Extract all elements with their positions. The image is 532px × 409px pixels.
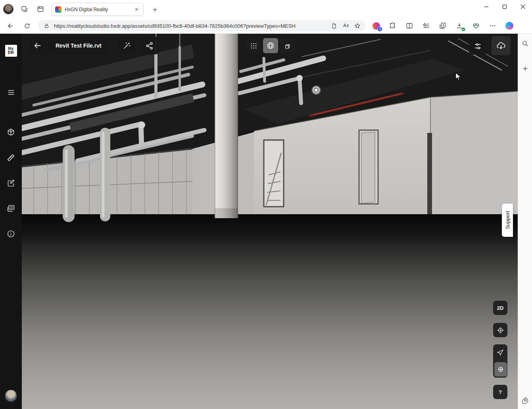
viewer-header: Revit Test File.rvt <box>29 37 158 54</box>
menu-hamburger-icon[interactable] <box>3 84 19 100</box>
hxdr-logo-line2: DR <box>8 51 14 55</box>
mesh-view-button[interactable] <box>263 38 278 53</box>
browser-tab[interactable]: HxGN Digital Reality <box>52 3 144 16</box>
asset-title-pill: Revit Test File.rvt <box>48 37 109 54</box>
reading-mode-icon[interactable] <box>329 21 338 30</box>
window-controls <box>477 0 532 13</box>
sidebar-add-icon[interactable] <box>520 63 531 74</box>
toolbar-actions: 3 <box>371 21 514 31</box>
address-bar[interactable]: https://realitycloudstudio.hxdr.app/asse… <box>38 20 366 31</box>
markup-tool-icon[interactable] <box>3 175 19 191</box>
tab-favicon <box>55 6 61 13</box>
collections-icon[interactable] <box>438 21 447 31</box>
layers-icon[interactable] <box>3 200 19 216</box>
model-view-button[interactable] <box>280 38 295 53</box>
user-avatar[interactable] <box>5 390 17 402</box>
settings-menu-icon[interactable] <box>488 21 497 31</box>
tab-close-icon[interactable] <box>133 6 140 13</box>
read-aloud-icon[interactable] <box>341 21 350 30</box>
view-mode-toggles <box>246 38 295 53</box>
refresh-button[interactable] <box>21 20 33 31</box>
tab-title: HxGN Digital Reality <box>65 7 133 12</box>
viewer-area: Revit Test File.rvt <box>22 34 518 409</box>
maximize-button[interactable] <box>496 0 514 13</box>
app-sidebar: Hx DR <box>0 34 22 409</box>
split-screen-icon[interactable] <box>405 21 414 31</box>
hxdr-logo[interactable]: Hx DR <box>5 45 17 57</box>
locate-me-button[interactable] <box>493 323 507 337</box>
site-lock-icon[interactable] <box>42 21 51 30</box>
viewer-right-tools <box>469 37 511 55</box>
browser-profile-avatar[interactable] <box>3 4 13 14</box>
download-asset-button[interactable] <box>492 36 511 55</box>
fly-mode-button[interactable] <box>494 346 506 360</box>
mesh-scene[interactable] <box>22 34 518 409</box>
model-assets-icon[interactable] <box>3 124 19 140</box>
magic-wand-button[interactable] <box>118 37 136 54</box>
url-text[interactable]: https://realitycloudstudio.hxdr.app/asse… <box>54 23 326 29</box>
orbit-mode-button[interactable] <box>494 362 507 376</box>
browser-essentials-icon[interactable] <box>471 21 481 31</box>
support-tab[interactable]: Support <box>502 204 513 237</box>
info-icon[interactable] <box>3 226 19 242</box>
viewer-back-button[interactable] <box>29 37 46 54</box>
extension-badge: 3 <box>377 27 382 32</box>
view-2d-button[interactable]: 2D <box>493 301 507 315</box>
favorite-star-icon[interactable] <box>353 21 362 30</box>
browser-titlebar: HxGN Digital Reality <box>0 0 532 18</box>
tab-actions-icon[interactable] <box>36 4 45 14</box>
navigation-mode-group <box>493 344 507 378</box>
point-cloud-view-button[interactable] <box>246 38 261 53</box>
main-area: Hx DR <box>0 34 532 409</box>
shopping-extension-icon[interactable]: 3 <box>371 21 381 31</box>
share-button[interactable] <box>141 37 158 54</box>
sidebar-settings-gear-icon[interactable] <box>520 395 531 406</box>
extension-icon[interactable] <box>388 21 398 31</box>
display-settings-button[interactable] <box>469 37 486 55</box>
favorites-bar-icon[interactable] <box>421 21 431 31</box>
asset-file-name: Revit Test File.rvt <box>56 42 102 49</box>
downloads-icon[interactable] <box>455 21 464 31</box>
new-tab-button[interactable] <box>149 5 160 14</box>
help-button[interactable]: ? <box>493 385 507 399</box>
copilot-icon[interactable] <box>505 21 514 31</box>
workspaces-icon[interactable] <box>20 4 29 14</box>
minimize-button[interactable] <box>477 0 496 13</box>
support-label: Support <box>505 211 511 229</box>
browser-window: HxGN Digital Reality <box>0 0 532 409</box>
browser-toolbar: https://realitycloudstudio.hxdr.app/asse… <box>0 18 532 34</box>
sidebar-search-icon[interactable] <box>520 38 531 49</box>
close-button[interactable] <box>514 0 532 13</box>
edge-sidebar <box>518 34 532 409</box>
help-label: ? <box>499 389 502 395</box>
back-button[interactable] <box>5 20 16 31</box>
measure-tool-icon[interactable] <box>3 150 19 165</box>
view-2d-label: 2D <box>497 305 504 311</box>
